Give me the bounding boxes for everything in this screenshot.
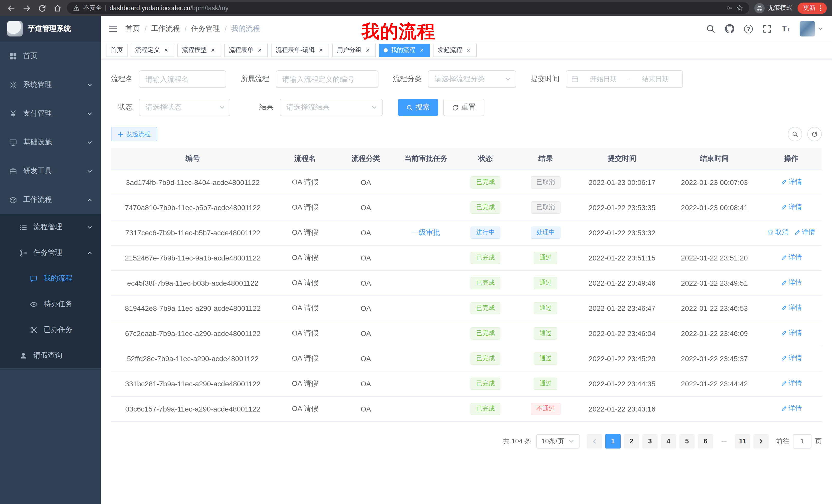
detail-link[interactable]: 详情 [794, 228, 815, 237]
close-icon[interactable]: × [256, 47, 263, 54]
close-icon[interactable]: × [465, 47, 472, 54]
detail-link[interactable]: 详情 [780, 203, 802, 212]
result-tag: 通过 [534, 352, 557, 365]
cell-result: 不通过 [516, 396, 576, 421]
page-size-select[interactable]: 10条/页 [536, 434, 579, 448]
font-size-icon[interactable] [782, 25, 790, 33]
back-icon[interactable] [5, 2, 18, 14]
monitor-icon [9, 138, 17, 146]
view-tab[interactable]: 发起流程× [433, 44, 477, 57]
sidebar-item[interactable]: 请假查询 [0, 343, 101, 368]
close-icon[interactable]: × [162, 47, 170, 54]
cell-status: 已完成 [456, 396, 516, 421]
sidebar-item[interactable]: 流程管理 [0, 214, 101, 240]
help-icon[interactable] [744, 24, 753, 33]
sidebar-item[interactable]: 系统管理 [0, 71, 101, 99]
cancel-link[interactable]: 取消 [767, 228, 788, 237]
forward-icon[interactable] [21, 2, 33, 14]
page-button[interactable]: 6 [698, 434, 713, 448]
browser-home-icon[interactable] [51, 2, 64, 14]
next-page-button[interactable] [753, 434, 769, 448]
detail-link[interactable]: 详情 [780, 177, 802, 187]
github-icon[interactable] [725, 24, 734, 33]
view-tab[interactable]: 流程模型× [177, 44, 221, 57]
view-tab[interactable]: 流程定义× [131, 44, 174, 57]
column-header: 状态 [456, 148, 516, 170]
page-button[interactable]: 11 [735, 434, 750, 448]
search-button[interactable]: 搜索 [398, 99, 438, 116]
goto-page-input[interactable] [793, 434, 811, 448]
status-select[interactable]: 请选择状态 [139, 99, 230, 116]
show-search-button[interactable] [788, 127, 802, 141]
hamburger-icon[interactable] [101, 24, 126, 33]
search-icon[interactable] [706, 24, 715, 33]
sidebar-item[interactable]: 任务管理 [0, 240, 101, 265]
cell-category: OA [336, 320, 396, 346]
cell-actions: 详情 [760, 346, 822, 371]
column-header: 提交时间 [576, 148, 668, 170]
detail-link[interactable]: 详情 [780, 329, 802, 338]
reload-icon[interactable] [36, 2, 48, 14]
result-select[interactable]: 请选择流结果 [280, 99, 383, 116]
view-tab[interactable]: 流程表单-编辑× [271, 44, 329, 57]
edit-icon [780, 254, 787, 261]
create-process-button[interactable]: 发起流程 [111, 127, 157, 141]
detail-link[interactable]: 详情 [780, 354, 802, 363]
close-icon[interactable]: × [317, 47, 324, 54]
divider [105, 5, 106, 11]
close-icon[interactable]: × [209, 47, 216, 54]
sidebar-item[interactable]: 支付管理 [0, 99, 101, 128]
user-menu[interactable] [800, 21, 823, 36]
view-tab[interactable]: 用户分组× [332, 44, 376, 57]
cell-end-time [668, 220, 760, 245]
current-task-link[interactable]: 一级审批 [411, 228, 440, 236]
caret-down-icon [817, 26, 823, 31]
close-icon[interactable]: × [418, 47, 425, 54]
detail-link[interactable]: 详情 [780, 404, 802, 413]
password-key-icon[interactable] [726, 5, 733, 11]
detail-link[interactable]: 详情 [780, 379, 802, 388]
process-def-input[interactable] [276, 71, 379, 88]
status-tag: 已完成 [471, 251, 501, 264]
sidebar-item[interactable]: 研发工具 [0, 157, 101, 186]
sidebar-item[interactable]: 首页 [0, 41, 101, 71]
address-bar[interactable]: 不安全 dashboard.yudao.iocoder.cn/bpm/task/… [67, 2, 749, 14]
view-tab[interactable]: 首页 [106, 44, 128, 57]
app-logo[interactable]: 芋道管理系统 [0, 16, 101, 41]
status-tag: 已完成 [471, 302, 501, 314]
sidebar-item[interactable]: 待办任务 [0, 291, 101, 317]
process-name-input[interactable] [139, 71, 226, 88]
sidebar-item[interactable]: 我的流程 [0, 265, 101, 291]
breadcrumb-item[interactable]: 工作流程 [151, 24, 180, 33]
update-button[interactable]: 更新 [798, 2, 827, 13]
detail-link[interactable]: 详情 [780, 303, 802, 313]
view-tab[interactable]: 我的流程× [379, 44, 430, 57]
avatar[interactable] [800, 21, 815, 36]
breadcrumb-item[interactable]: 任务管理 [191, 24, 220, 33]
page-button[interactable]: 5 [679, 434, 695, 448]
sidebar-item[interactable]: 工作流程 [0, 186, 101, 214]
view-tab[interactable]: 流程表单× [224, 44, 268, 57]
cell-id: 819442e8-7b9a-11ec-a290-acde48001122 [111, 296, 275, 320]
refresh-table-button[interactable] [807, 127, 822, 141]
category-select[interactable]: 请选择流程分类 [428, 71, 516, 88]
prev-page-button[interactable] [587, 434, 602, 448]
action-label: 详情 [788, 278, 802, 287]
page-button[interactable]: 1 [605, 434, 621, 448]
kebab-menu-icon[interactable] [817, 4, 824, 11]
sidebar-item[interactable]: 已办任务 [0, 317, 101, 343]
cell-end-time: 2022-01-22 23:49:51 [668, 270, 760, 296]
detail-link[interactable]: 详情 [780, 278, 802, 287]
submit-time-range-picker[interactable]: 开始日期 - 结束日期 [566, 71, 683, 88]
sidebar-item[interactable]: 基础设施 [0, 128, 101, 157]
fullscreen-icon[interactable] [762, 24, 772, 33]
close-icon[interactable]: × [364, 47, 371, 54]
breadcrumb-item[interactable]: 首页 [126, 24, 140, 33]
detail-link[interactable]: 详情 [780, 253, 802, 262]
bookmark-star-icon[interactable] [736, 5, 743, 11]
page-button[interactable]: 3 [642, 434, 658, 448]
more-pages-button[interactable] [716, 434, 732, 448]
reset-button[interactable]: 重置 [443, 99, 485, 116]
page-button[interactable]: 4 [661, 434, 676, 448]
page-button[interactable]: 2 [624, 434, 639, 448]
